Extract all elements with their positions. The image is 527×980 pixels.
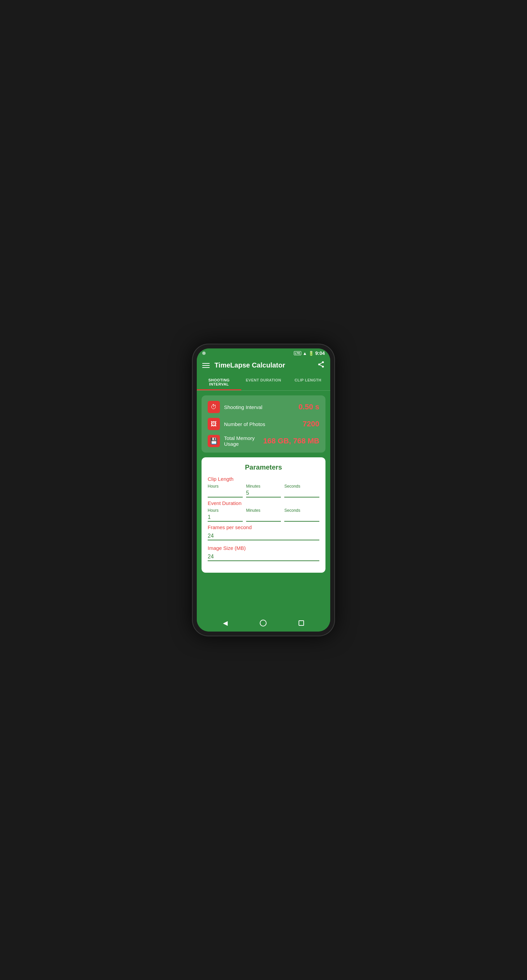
image-size-label: Image Size (MB) <box>208 545 319 551</box>
params-title: Parameters <box>208 463 319 471</box>
shooting-interval-label: Shooting Interval <box>224 404 295 410</box>
shooting-interval-row: ⏱ Shooting Interval 0.50 s <box>208 401 319 413</box>
lte-badge: LTE <box>294 351 301 355</box>
clip-minutes-label: Minutes <box>246 484 281 488</box>
clip-seconds-input[interactable] <box>284 489 319 498</box>
event-hours-group: Hours <box>208 508 243 522</box>
nav-back-button[interactable]: ◀ <box>223 619 228 627</box>
clip-seconds-label: Seconds <box>284 484 319 488</box>
event-hours-label: Hours <box>208 508 243 513</box>
timer-icon: ⏱ <box>208 401 220 413</box>
memory-row: 💾 Total Memory Usage 168 GB, 768 MB <box>208 435 319 447</box>
memory-label: Total Memory Usage <box>224 435 259 447</box>
photos-label: Number of Photos <box>224 421 299 427</box>
hamburger-icon[interactable] <box>202 363 210 368</box>
tabs: SHOOTING INTERVAL EVENT DURATION CLIP LE… <box>197 374 330 391</box>
memory-value: 168 GB, 768 MB <box>263 437 319 445</box>
photos-row: 🖼 Number of Photos 7200 <box>208 418 319 430</box>
svg-line-3 <box>320 365 322 366</box>
event-minutes-label: Minutes <box>246 508 281 513</box>
fps-group: Frames per second <box>208 524 319 540</box>
info-card: ⏱ Shooting Interval 0.50 s 🖼 Number of P… <box>202 395 325 453</box>
nav-bar: ◀ <box>197 616 330 632</box>
svg-line-4 <box>320 363 322 364</box>
top-bar: TimeLapse Calculator <box>197 357 330 374</box>
photo-icon: 🖼 <box>208 418 220 430</box>
memory-icon: 💾 <box>208 435 220 447</box>
nav-recent-button[interactable] <box>299 620 304 626</box>
phone-shell: LTE ▲ 🔋 9:04 TimeLapse Calculator <box>192 344 335 636</box>
params-card: Parameters Clip Length Hours Minutes Sec… <box>202 457 325 573</box>
clip-hours-input[interactable] <box>208 489 243 498</box>
tab-shooting-interval[interactable]: SHOOTING INTERVAL <box>197 374 241 390</box>
clip-minutes-group: Minutes <box>246 484 281 498</box>
event-seconds-input[interactable] <box>284 514 319 522</box>
nav-home-button[interactable] <box>260 620 267 627</box>
event-hours-input[interactable] <box>208 514 243 522</box>
clip-length-label: Clip Length <box>208 476 319 482</box>
share-icon[interactable] <box>317 361 325 370</box>
svg-point-1 <box>318 363 320 366</box>
main-content: ⏱ Shooting Interval 0.50 s 🖼 Number of P… <box>197 391 330 616</box>
photos-value: 7200 <box>303 420 319 428</box>
svg-point-2 <box>322 366 324 368</box>
phone-screen: LTE ▲ 🔋 9:04 TimeLapse Calculator <box>197 348 330 632</box>
fps-label: Frames per second <box>208 524 319 530</box>
event-seconds-group: Seconds <box>284 508 319 522</box>
status-time: 9:04 <box>315 350 325 356</box>
svg-point-0 <box>322 361 324 363</box>
clip-seconds-group: Seconds <box>284 484 319 498</box>
status-dot <box>202 352 205 355</box>
battery-icon: 🔋 <box>309 351 314 356</box>
event-duration-label: Event Duration <box>208 500 319 506</box>
event-minutes-input[interactable] <box>246 514 281 522</box>
tab-clip-length[interactable]: CLIP LENGTH <box>286 374 330 390</box>
status-bar: LTE ▲ 🔋 9:04 <box>197 348 330 357</box>
fps-input[interactable] <box>208 532 319 540</box>
clip-length-row: Hours Minutes Seconds <box>208 484 319 498</box>
tab-event-duration[interactable]: EVENT DURATION <box>241 374 286 390</box>
clip-minutes-input[interactable] <box>246 489 281 498</box>
image-size-input[interactable] <box>208 553 319 561</box>
clip-hours-group: Hours <box>208 484 243 498</box>
clip-hours-label: Hours <box>208 484 243 488</box>
event-seconds-label: Seconds <box>284 508 319 513</box>
image-size-group: Image Size (MB) <box>208 545 319 561</box>
shooting-interval-value: 0.50 s <box>299 402 319 411</box>
app-title: TimeLapse Calculator <box>215 361 312 369</box>
event-duration-row: Hours Minutes Seconds <box>208 508 319 522</box>
event-minutes-group: Minutes <box>246 508 281 522</box>
status-icons: LTE ▲ 🔋 9:04 <box>294 350 325 356</box>
signal-icon: ▲ <box>303 351 307 356</box>
